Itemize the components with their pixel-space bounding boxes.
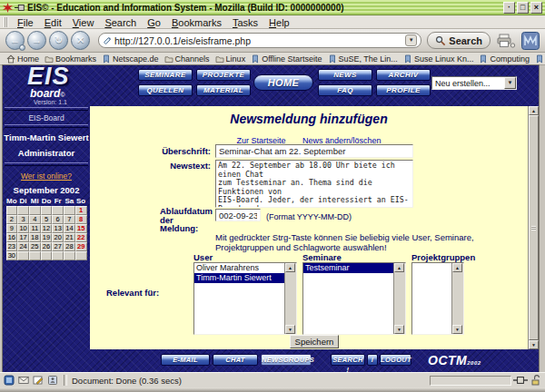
calendar-cell: 30	[6, 251, 18, 260]
bookmark-item[interactable]: Computing	[476, 54, 532, 64]
user-listbox[interactable]: Oliver MarahrensTimm-Martin Siewert ▲ ▼	[193, 262, 297, 335]
nav-button-archiv[interactable]: ARCHIV	[376, 69, 431, 81]
mail-icon[interactable]	[17, 375, 30, 386]
composer-icon[interactable]	[32, 375, 45, 386]
addressbook-icon[interactable]	[46, 375, 59, 386]
logout-button[interactable]: LOGOUT	[380, 354, 411, 366]
ueberschrift-input[interactable]	[215, 144, 413, 158]
close-button[interactable]: ×	[530, 2, 542, 14]
menu-item[interactable]: Edit	[39, 17, 67, 28]
bookmark-item[interactable]: Channels	[162, 54, 213, 64]
newstext-textarea[interactable]: Am 22. September ab 18.00 Uhr biete ich …	[215, 160, 413, 208]
neu-erstellen-dropdown[interactable]: Neu erstellen... ▼	[431, 76, 517, 90]
calendar-cell: 23	[6, 242, 18, 251]
bookmark-item[interactable]: Linux	[213, 54, 249, 64]
calendar-cell: 27	[52, 242, 64, 251]
menu-item[interactable]: Search	[99, 17, 142, 28]
calendar-cell: 7	[64, 215, 75, 224]
calendar-cell: 1	[75, 206, 87, 215]
scroll-up-icon[interactable]: ▲	[529, 106, 539, 115]
bookmark-item[interactable]: SuSE, The Lin...	[325, 54, 401, 64]
navigation-toolbar: ← → ↻ ✕ http://127.0.0.1/eis/eisframe.ph…	[0, 29, 545, 53]
bookmark-item[interactable]: Bookmarks	[42, 54, 99, 64]
window-pin-icon[interactable]	[15, 4, 25, 12]
eis-page: EIS board© Version: 1.1 SEMINARE PROJEKT…	[3, 65, 539, 372]
calendar-cell	[17, 206, 29, 215]
search-footer-button[interactable]: SEARCH !	[331, 354, 365, 366]
nav-button-home[interactable]: HOME	[253, 74, 313, 91]
menu-item[interactable]: File	[12, 17, 39, 28]
nav-button-material[interactable]: MATERIAL	[196, 84, 251, 96]
back-button[interactable]: ←	[5, 31, 25, 50]
list-item[interactable]: Oliver Marahrens	[194, 263, 285, 273]
nav-button-seminare[interactable]: SEMINARE	[138, 69, 193, 81]
scroll-down-icon[interactable]: ▼	[394, 325, 404, 334]
info-button[interactable]: i	[367, 354, 378, 366]
main-frame-scrollbar[interactable]: ▲ ▼	[528, 106, 539, 349]
minimize-button[interactable]: ·	[503, 2, 515, 14]
calendar-day-header: Mo	[6, 197, 18, 206]
email-button[interactable]: E-MAIL	[161, 354, 210, 366]
menu-item[interactable]: View	[67, 17, 100, 28]
scroll-down-icon[interactable]: ▼	[529, 340, 539, 349]
navigator-icon[interactable]	[3, 375, 15, 386]
list-item[interactable]: Timm-Martin Siewert	[194, 273, 285, 283]
offline-plug-icon[interactable]	[513, 375, 528, 386]
browser-window: { "titlebar": { "title": "EIS© - Educati…	[0, 0, 545, 392]
listbox-scrollbar[interactable]: ▲ ▼	[284, 263, 296, 334]
sidebar-board-label[interactable]: EIS-Board	[3, 111, 90, 124]
projektgruppen-listbox[interactable]: ▲ ▼	[411, 262, 464, 335]
menu-item[interactable]: Tasks	[227, 17, 263, 28]
scroll-up-icon[interactable]: ▲	[394, 263, 404, 272]
scroll-down-icon[interactable]: ▼	[285, 325, 295, 334]
ablaufdatum-input[interactable]	[215, 209, 261, 221]
calendar-day-header: Fr	[52, 197, 64, 206]
scroll-up-icon[interactable]: ▲	[452, 263, 462, 272]
url-input[interactable]: http://127.0.0.1/eis/eisframe.php	[114, 35, 402, 46]
who-is-online-link[interactable]: Wer ist online?	[3, 172, 90, 181]
seminare-listbox[interactable]: Testseminar ▲ ▼	[302, 262, 406, 335]
scroll-up-icon[interactable]: ▲	[285, 263, 295, 272]
nav-button-news[interactable]: NEWS	[318, 69, 372, 81]
bookmark-item[interactable]: Quick Buddies	[532, 54, 545, 64]
mozilla-throbber-icon[interactable]	[521, 32, 540, 50]
speichern-button[interactable]: Speichern	[290, 335, 339, 348]
security-lock-open-icon[interactable]	[530, 375, 542, 386]
menu-item[interactable]: Help	[263, 17, 295, 28]
bookmark-item[interactable]: Home	[4, 54, 42, 64]
bookmark-item[interactable]: Offline Startseite	[248, 54, 324, 64]
bookmark-item[interactable]: Netscape.de	[99, 54, 162, 64]
scroll-down-icon[interactable]: ▼	[452, 325, 462, 334]
bookmark-icon	[251, 54, 260, 64]
listbox-scrollbar[interactable]: ▲ ▼	[451, 263, 463, 334]
forward-button[interactable]: →	[27, 31, 46, 50]
reload-button[interactable]: ↻	[49, 31, 68, 50]
maximize-button[interactable]: □	[517, 2, 529, 14]
nav-button-profile[interactable]: PROFILE	[376, 84, 431, 96]
dropdown-arrow-icon[interactable]: ▼	[504, 77, 516, 89]
calendar-cell: 8	[75, 215, 87, 224]
search-button-label: Search	[449, 35, 482, 46]
url-bar[interactable]: http://127.0.0.1/eis/eisframe.php ▼	[98, 33, 421, 48]
seminare-list-header: Seminare	[302, 252, 342, 262]
nav-button-faq[interactable]: FAQ	[318, 84, 372, 96]
listbox-scrollbar[interactable]: ▲ ▼	[393, 263, 405, 334]
search-button[interactable]: Search	[427, 32, 490, 49]
stop-button[interactable]: ✕	[71, 31, 90, 50]
sidebar-divider	[5, 162, 88, 166]
nav-button-quellen[interactable]: QUELLEN	[138, 84, 193, 96]
newsgroups-button[interactable]: NEWSGROUPS	[261, 354, 312, 366]
page-proxy-icon[interactable]	[103, 36, 112, 45]
search-icon	[435, 35, 446, 46]
menu-item[interactable]: Go	[142, 17, 166, 28]
scrollbar-thumb[interactable]	[529, 115, 539, 340]
bookmark-item[interactable]: Suse Linux Kn...	[401, 54, 477, 64]
url-history-dropdown[interactable]: ▼	[405, 34, 417, 46]
toolbar-grippy[interactable]	[4, 17, 8, 27]
bookmark-label: Linux	[226, 54, 246, 64]
menu-item[interactable]: Bookmarks	[166, 17, 227, 28]
chat-button[interactable]: CHAT	[213, 354, 258, 366]
list-item[interactable]: Testseminar	[303, 263, 394, 273]
nav-button-projekte[interactable]: PROJEKTE	[196, 69, 251, 81]
print-icon[interactable]	[496, 33, 516, 49]
